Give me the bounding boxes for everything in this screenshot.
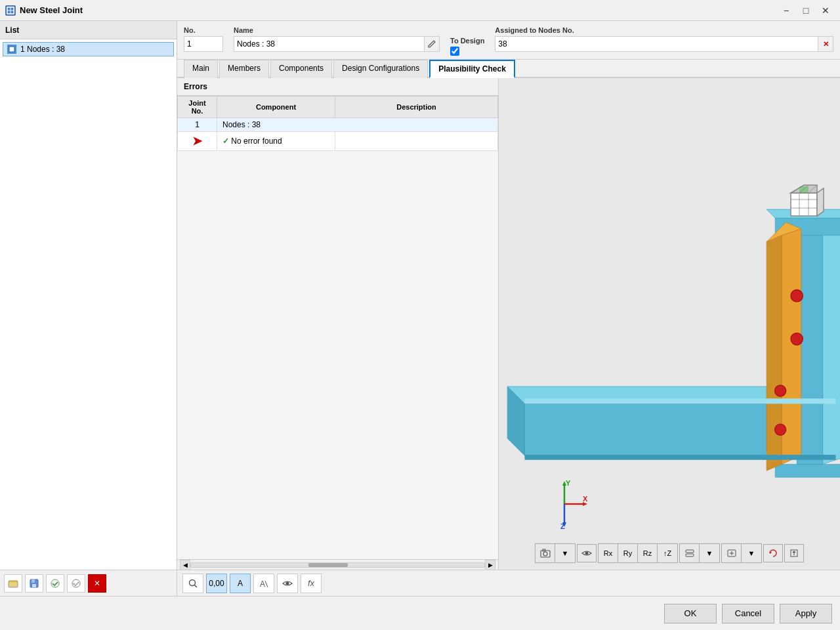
window-title: New Steel Joint xyxy=(20,5,83,15)
assigned-clear-btn[interactable]: ✕ xyxy=(818,36,833,52)
col-joint-no: JointNo. xyxy=(178,96,217,118)
tab-design-configurations[interactable]: Design Configurations xyxy=(333,60,428,78)
to-design-group: To Design xyxy=(450,38,484,54)
add-folder-btn[interactable] xyxy=(4,574,22,593)
panel-content: Errors JointNo. Component Description xyxy=(177,78,840,570)
svg-rect-7 xyxy=(32,584,36,587)
svg-rect-6 xyxy=(32,579,35,583)
tab-main[interactable]: Main xyxy=(184,60,218,78)
name-input-group xyxy=(234,36,440,52)
svg-point-63 xyxy=(286,581,289,585)
svg-marker-29 xyxy=(791,193,817,216)
scroll-left-btn[interactable]: ◀ xyxy=(180,560,190,570)
rotate-z-btn[interactable]: ↑Z xyxy=(658,544,677,562)
svg-text:Y: Y xyxy=(566,479,571,487)
cancel-button[interactable]: Cancel xyxy=(722,604,774,623)
tab-components[interactable]: Components xyxy=(270,60,332,78)
view-group-2: Rx Ry Rz ↑Z xyxy=(598,543,678,563)
render-btn[interactable] xyxy=(722,544,742,562)
table-row: 1 Nodes : 38 xyxy=(178,118,498,132)
formula-btn[interactable]: fx xyxy=(301,574,322,593)
assigned-label: Assigned to Nodes No. xyxy=(495,26,833,34)
to-design-checkbox[interactable] xyxy=(450,47,459,56)
scroll-track[interactable] xyxy=(190,562,485,568)
orbit-z-btn[interactable]: Rz xyxy=(638,544,658,562)
reset-view-btn[interactable] xyxy=(763,544,783,562)
svg-point-26 xyxy=(775,424,786,435)
minimize-button[interactable]: − xyxy=(777,3,795,18)
arrow-cell: ➤ xyxy=(178,132,217,151)
svg-marker-27 xyxy=(524,398,835,404)
node-label-cell: Nodes : 38 xyxy=(217,118,498,132)
svg-marker-31 xyxy=(817,188,824,216)
tabs-container: Main Members Components Design Configura… xyxy=(177,60,840,78)
name-input[interactable] xyxy=(234,36,424,52)
scroll-thumb[interactable] xyxy=(308,563,348,567)
apply-button[interactable]: Apply xyxy=(780,604,832,623)
node-icon xyxy=(7,45,16,54)
svg-point-23 xyxy=(791,290,803,302)
visibility-toggle-btn[interactable] xyxy=(277,574,298,593)
assigned-group: Assigned to Nodes No. ✕ xyxy=(495,26,833,52)
view-group-4: ▼ xyxy=(721,543,762,563)
svg-line-60 xyxy=(195,585,198,587)
layers-dropdown-btn[interactable]: ▼ xyxy=(700,544,719,562)
view-toolbar: ▼ Rx Ry Rz ↑Z xyxy=(499,543,840,563)
list-header: List xyxy=(0,21,177,39)
svg-line-62 xyxy=(265,581,268,587)
svg-point-25 xyxy=(775,385,786,396)
view-group-1: ▼ xyxy=(535,543,576,563)
export-btn[interactable] xyxy=(784,544,804,562)
font-btn[interactable]: A xyxy=(253,574,274,593)
svg-rect-53 xyxy=(686,554,694,556)
svg-text:Z: Z xyxy=(560,522,565,530)
right-panel: No. Name To Desi xyxy=(177,21,840,596)
joint-no-cell: 1 xyxy=(178,118,217,132)
orbit-y-btn[interactable]: Ry xyxy=(618,544,638,562)
form-area: No. Name To Desi xyxy=(177,21,840,60)
search-btn[interactable] xyxy=(182,574,203,593)
assigned-input-group: ✕ xyxy=(495,36,833,52)
check-btn[interactable] xyxy=(46,574,64,593)
value-btn[interactable]: 0,00 xyxy=(206,574,227,593)
window-controls: − □ ✕ xyxy=(777,3,835,18)
close-button[interactable]: ✕ xyxy=(816,3,835,18)
svg-marker-15 xyxy=(823,222,840,465)
svg-marker-28 xyxy=(524,455,835,460)
scroll-right-btn[interactable]: ▶ xyxy=(485,560,495,570)
settings-btn[interactable] xyxy=(67,574,85,593)
camera-btn[interactable] xyxy=(536,544,555,562)
table-row: ➤ ✓ No error found xyxy=(178,132,498,151)
assigned-input[interactable] xyxy=(495,36,818,52)
layers-btn[interactable] xyxy=(680,544,700,562)
errors-table: JointNo. Component Description 1 Nodes :… xyxy=(177,96,498,559)
left-toolbar: ✕ xyxy=(0,570,177,596)
no-label: No. xyxy=(184,26,223,34)
cube-navigator[interactable] xyxy=(781,180,827,226)
name-edit-btn[interactable] xyxy=(424,36,440,52)
svg-point-59 xyxy=(190,579,196,585)
main-container: List 1 Nodes : 38 xyxy=(0,21,840,630)
check-icon: ✓ xyxy=(222,136,229,146)
text-btn[interactable]: A xyxy=(230,574,251,593)
no-input[interactable] xyxy=(184,36,223,52)
to-design-label: To Design xyxy=(450,37,484,45)
svg-point-9 xyxy=(72,579,80,587)
orbit-x-btn[interactable]: Rx xyxy=(598,544,618,562)
bottom-toolbar: 0,00 A A fx xyxy=(177,570,840,596)
ok-button[interactable]: OK xyxy=(664,604,717,623)
svg-text:X: X xyxy=(583,495,588,503)
visibility-btn[interactable] xyxy=(577,544,597,562)
content-area: List 1 Nodes : 38 xyxy=(0,21,840,596)
view-group-3: ▼ xyxy=(679,543,720,563)
maximize-button[interactable]: □ xyxy=(797,3,815,18)
tab-plausibility-check[interactable]: Plausibility Check xyxy=(429,60,515,78)
save-btn[interactable] xyxy=(25,574,43,593)
name-label: Name xyxy=(234,26,440,34)
list-item[interactable]: 1 Nodes : 38 xyxy=(3,42,174,56)
render-dropdown-btn[interactable]: ▼ xyxy=(742,544,761,562)
delete-btn[interactable]: ✕ xyxy=(88,574,106,593)
camera-dropdown-btn[interactable]: ▼ xyxy=(555,544,575,562)
horizontal-scrollbar[interactable]: ◀ ▶ xyxy=(177,559,498,570)
tab-members[interactable]: Members xyxy=(219,60,269,78)
